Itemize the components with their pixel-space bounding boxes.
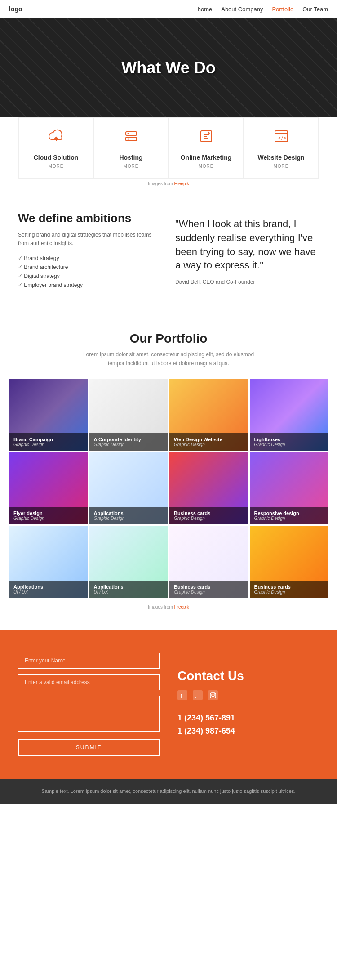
portfolio-item-cat-5: Graphic Design <box>94 516 164 521</box>
footer: Sample text. Lorem ipsum dolor sit amet,… <box>0 779 337 805</box>
portfolio-item-10[interactable]: Business cards Graphic Design <box>169 526 248 598</box>
portfolio-overlay-11: Business cards Graphic Design <box>250 581 328 598</box>
portfolio-item-2[interactable]: Web Design Website Graphic Design <box>169 379 248 451</box>
list-item-3: Employer brand strategy <box>18 282 162 288</box>
service-more-marketing[interactable]: MORE <box>176 164 236 169</box>
hero-title: What We Do <box>121 58 215 77</box>
portfolio-item-cat-2: Graphic Design <box>174 442 244 447</box>
portfolio-grid: Brand Campaign Graphic Design A Corporat… <box>9 379 328 598</box>
portfolio-item-title-0: Brand Campaign <box>13 437 83 442</box>
portfolio-item-title-5: Applications <box>94 510 164 516</box>
portfolio-item-title-2: Web Design Website <box>174 437 244 442</box>
instagram-icon[interactable] <box>208 690 218 703</box>
services-grid: Cloud Solution MORE Hosting MORE <box>18 117 319 179</box>
about-attribution: David Bell, CEO and Co-Founder <box>175 279 319 285</box>
portfolio-overlay-10: Business cards Graphic Design <box>169 581 248 598</box>
about-right: "When I look at this brand, I suddenly r… <box>175 211 319 291</box>
nav-portfolio[interactable]: Portfolio <box>272 6 293 13</box>
portfolio-item-cat-11: Graphic Design <box>254 590 324 595</box>
portfolio-item-cat-0: Graphic Design <box>13 442 83 447</box>
contact-form: SUBMIT <box>18 653 160 756</box>
portfolio-overlay-1: A Corporate Identity Graphic Design <box>89 433 168 451</box>
about-description: Setting brand and digital strategies tha… <box>18 231 162 248</box>
portfolio-item-title-4: Flyer design <box>13 510 83 516</box>
portfolio-item-7[interactable]: Responsive design Graphic Design <box>250 452 328 524</box>
freepik-link[interactable]: Freepik <box>174 181 189 186</box>
hosting-icon <box>101 127 161 149</box>
svg-point-3 <box>127 139 129 140</box>
service-title-webdesign: Website Design <box>251 154 311 161</box>
portfolio-item-9[interactable]: Applications UI / UX <box>89 526 168 598</box>
service-hosting[interactable]: Hosting MORE <box>93 118 168 178</box>
service-marketing[interactable]: Online Marketing MORE <box>168 118 244 178</box>
svg-rect-15 <box>208 690 218 700</box>
portfolio-item-4[interactable]: Flyer design Graphic Design <box>9 452 88 524</box>
portfolio-overlay-6: Business cards Graphic Design <box>169 507 248 524</box>
nav-home[interactable]: home <box>198 6 213 13</box>
portfolio-item-3[interactable]: Lightboxes Graphic Design <box>250 379 328 451</box>
list-item-2: Digital strategy <box>18 273 162 279</box>
footer-text: Sample text. Lorem ipsum dolor sit amet,… <box>9 788 328 796</box>
portfolio-overlay-9: Applications UI / UX <box>89 581 168 598</box>
portfolio-item-title-3: Lightboxes <box>254 437 324 442</box>
portfolio-freepik-link[interactable]: Freepik <box>174 604 189 609</box>
services-container: Cloud Solution MORE Hosting MORE <box>9 117 328 189</box>
about-heading: We define ambitions <box>18 211 162 225</box>
portfolio-item-11[interactable]: Business cards Graphic Design <box>250 526 328 598</box>
navigation: logo home About Company Portfolio Our Te… <box>0 0 337 18</box>
list-item-1: Brand architecture <box>18 264 162 270</box>
contact-right: Contact Us f t <box>177 653 319 756</box>
portfolio-item-cat-7: Graphic Design <box>254 516 324 521</box>
portfolio-overlay-7: Responsive design Graphic Design <box>250 507 328 524</box>
portfolio-item-0[interactable]: Brand Campaign Graphic Design <box>9 379 88 451</box>
portfolio-item-5[interactable]: Applications Graphic Design <box>89 452 168 524</box>
contact-section: SUBMIT Contact Us f t <box>0 630 337 779</box>
portfolio-overlay-0: Brand Campaign Graphic Design <box>9 433 88 451</box>
portfolio-freepik: Images from Freepik <box>9 602 328 612</box>
nav-links: home About Company Portfolio Our Team <box>198 6 328 13</box>
contact-phone-1: 1 (234) 567-891 <box>177 713 319 723</box>
portfolio-overlay-2: Web Design Website Graphic Design <box>169 433 248 451</box>
service-webdesign[interactable]: </> Website Design MORE <box>244 118 319 178</box>
contact-email-input[interactable] <box>18 674 160 690</box>
portfolio-item-cat-9: UI / UX <box>94 590 164 595</box>
portfolio-overlay-8: Applications UI / UX <box>9 581 88 598</box>
portfolio-item-cat-8: UI / UX <box>13 590 83 595</box>
portfolio-item-cat-4: Graphic Design <box>13 516 83 521</box>
portfolio-item-6[interactable]: Business cards Graphic Design <box>169 452 248 524</box>
facebook-icon[interactable]: f <box>177 690 187 703</box>
service-more-webdesign[interactable]: MORE <box>251 164 311 169</box>
portfolio-overlay-4: Flyer design Graphic Design <box>9 507 88 524</box>
about-quote: "When I look at this brand, I suddenly r… <box>175 217 319 273</box>
nav-about[interactable]: About Company <box>221 6 263 13</box>
portfolio-item-8[interactable]: Applications UI / UX <box>9 526 88 598</box>
portfolio-item-title-9: Applications <box>94 584 164 590</box>
svg-text:</>: </> <box>278 135 286 140</box>
webdesign-icon: </> <box>251 127 311 149</box>
cloud-icon <box>26 127 86 149</box>
portfolio-overlay-3: Lightboxes Graphic Design <box>250 433 328 451</box>
service-more-cloud[interactable]: MORE <box>26 164 86 169</box>
nav-team[interactable]: Our Team <box>302 6 328 13</box>
svg-rect-11 <box>177 690 187 700</box>
twitter-icon[interactable]: t <box>193 690 203 703</box>
svg-point-2 <box>127 133 129 134</box>
portfolio-item-1[interactable]: A Corporate Identity Graphic Design <box>89 379 168 451</box>
service-cloud[interactable]: Cloud Solution MORE <box>18 118 93 178</box>
portfolio-item-title-10: Business cards <box>174 584 244 590</box>
social-icons: f t <box>177 690 319 703</box>
service-more-hosting[interactable]: MORE <box>101 164 161 169</box>
marketing-icon <box>176 127 236 149</box>
portfolio-title: Our Portfolio <box>9 331 328 346</box>
contact-submit-button[interactable]: SUBMIT <box>18 739 160 756</box>
logo: logo <box>9 5 22 13</box>
contact-name-input[interactable] <box>18 653 160 669</box>
contact-phone-2: 1 (234) 987-654 <box>177 726 319 736</box>
portfolio-item-title-6: Business cards <box>174 510 244 516</box>
svg-point-18 <box>214 693 215 694</box>
portfolio-item-cat-1: Graphic Design <box>94 442 164 447</box>
svg-text:t: t <box>195 693 196 698</box>
portfolio-item-title-1: A Corporate Identity <box>94 437 164 442</box>
contact-title: Contact Us <box>177 669 319 683</box>
contact-message-textarea[interactable] <box>18 696 160 732</box>
